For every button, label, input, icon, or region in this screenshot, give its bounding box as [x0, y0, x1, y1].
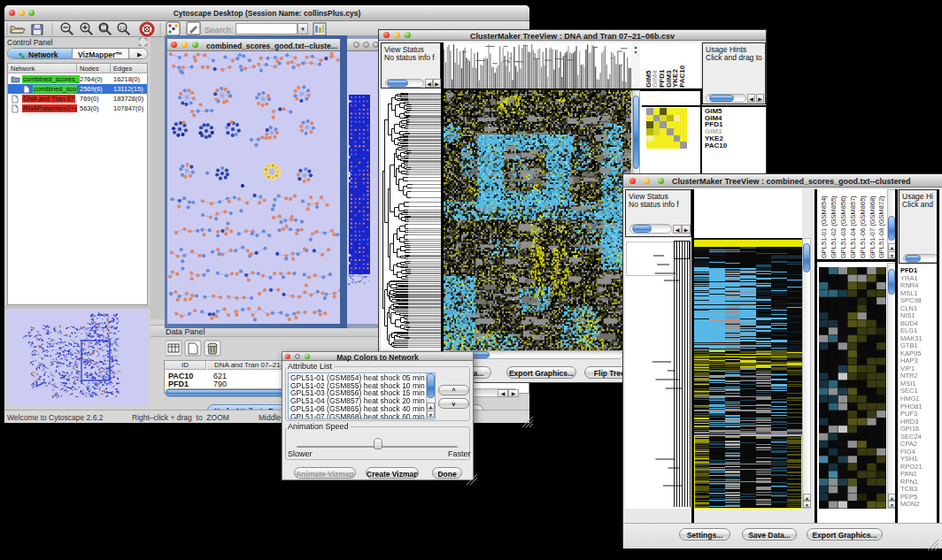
svg-text:1:1: 1:1 [120, 27, 126, 31]
